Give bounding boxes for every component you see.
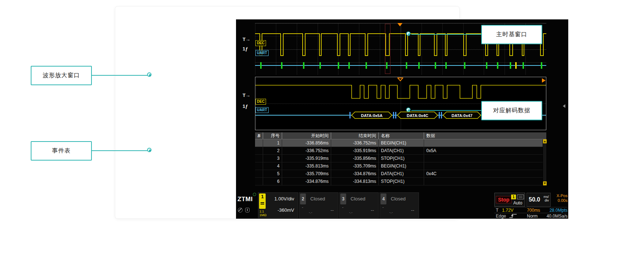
svg-text:DATA:0x47: DATA:0x47 (452, 113, 472, 118)
rising-edge-icon (509, 214, 517, 218)
ch1-position-marker: 1ƒ (243, 46, 248, 52)
table-row[interactable]: 1-336.856ms-336.752msBEGIN(CH1) (255, 139, 543, 147)
trigger-status-box[interactable]: Stop 1 Auto (494, 193, 525, 207)
xpos-readout: X-Pos 0.00s (551, 193, 568, 203)
channel-3-state: Closed (351, 196, 365, 202)
channel-1-number: 1 (259, 193, 266, 200)
zoom-trigger-level-marker: T→ (243, 93, 250, 98)
run-stop-indicator[interactable]: Stop (496, 196, 512, 203)
zoom-ch1-position-marker: 1ƒ (243, 103, 248, 109)
trigger-level-value: 1.72V (502, 208, 513, 213)
probe-icon[interactable] (238, 208, 243, 212)
zoom-right-marker (542, 78, 546, 83)
uart-label: UART (255, 50, 269, 56)
channel-4-sub: -.- (389, 210, 393, 214)
channel-4-state: Closed (391, 196, 405, 202)
zoom-dec-label: DEC (255, 99, 266, 105)
table-row[interactable]: 5-335.709ms-334.876msDATA(CH1)0x4C (255, 170, 543, 178)
memory-depth: 28.0Mpts (540, 208, 568, 213)
bus-display-icon (517, 195, 524, 199)
channel-3-tab[interactable]: 3 (340, 193, 346, 204)
channel-3-coupling-dash: - (342, 205, 344, 209)
event-table-body: 1-336.856ms-336.752msBEGIN(CH1)2-336.752… (255, 139, 546, 185)
channel-2-value: -- (330, 207, 334, 213)
scroll-down-button[interactable] (543, 181, 547, 185)
col-index: 序号 (263, 132, 282, 139)
callout-dot-main-timebase (406, 31, 411, 36)
table-scrollbar[interactable] (543, 139, 546, 185)
channel-2-tab[interactable]: 2 (300, 193, 306, 204)
ch1-probe-ratio: 1:1 (259, 210, 266, 213)
channel-3-sub: -.- (349, 210, 352, 214)
channel-3-panel[interactable]: 3 - Closed -- -.- (339, 192, 379, 218)
col-end-time: 结束时间 (331, 132, 379, 139)
event-table-header: B 序号 开始时间 结束时间 名称 数据 (255, 132, 546, 139)
ch1-probe-info: 1:1 1MΩ (259, 210, 266, 217)
trigger-position-marker[interactable] (397, 23, 402, 26)
event-table: B 序号 开始时间 结束时间 名称 数据 1-336.856ms-336.752… (255, 132, 546, 186)
callout-line (411, 34, 481, 35)
channel-1-tab[interactable]: 1 (259, 193, 266, 209)
trigger-sweep-mode: Norm (527, 214, 538, 219)
table-row[interactable]: 6-334.876ms-334.813msSTOP(CH1) (255, 178, 543, 185)
callout-dot-event-table (147, 148, 151, 152)
callout-main-timebase: 主时基窗口 (481, 25, 542, 44)
channel-2-panel[interactable]: 2 - Closed -- -.- (299, 192, 338, 218)
timebase-unit: ms/ div (544, 195, 549, 202)
touch-icon[interactable] (245, 208, 250, 212)
brand-logo: ZTMI (237, 196, 253, 203)
col-start-time: 开始时间 (282, 132, 331, 139)
holdoff-value: 700ms (527, 208, 540, 213)
svg-text:DATA:0x5A: DATA:0x5A (361, 113, 383, 118)
callout-dot-decode-data (406, 108, 411, 112)
trigger-source-badge: 1 (511, 195, 516, 199)
zoom-selection-rect[interactable] (385, 24, 390, 74)
callout-line (411, 110, 481, 111)
figure-card: T→ 1ƒ DEC UART DATA:0x5ADATA:0x4CDATA:0x… (115, 7, 459, 218)
brand-badge-icon (253, 193, 256, 196)
channel-2-state: Closed (310, 196, 325, 202)
trigger-mode: Auto (511, 200, 525, 206)
channel-4-value: -- (411, 207, 414, 213)
timebase-unit-bottom: div (544, 199, 549, 202)
scroll-up-button[interactable] (543, 139, 547, 143)
ch1-offset: -360mV (277, 207, 294, 213)
statusbar-divider (494, 213, 568, 213)
side-panel-handle[interactable] (563, 104, 565, 108)
col-data: 数据 (424, 132, 543, 139)
decode-bus-icon: B (257, 133, 260, 138)
page: T→ 1ƒ DEC UART DATA:0x5ADATA:0x4CDATA:0x… (0, 0, 644, 256)
zoom-trigger-marker (397, 78, 403, 82)
trigger-t-label: T (496, 208, 498, 213)
sample-rate: 40.0MSa/s (540, 214, 568, 219)
callout-line (92, 150, 147, 151)
channel-2-sub: -.- (309, 210, 312, 214)
channel-4-coupling-dash: - (382, 205, 384, 209)
channel-4-tab[interactable]: 4 (381, 193, 386, 204)
edge-label: Edge (496, 214, 506, 219)
timebase-unit-top: ms/ (544, 195, 549, 199)
ch1-impedance: 1MΩ (259, 213, 266, 217)
callout-line (92, 75, 147, 76)
dc-coupling-icon (261, 202, 264, 204)
channel-2-coupling-dash: - (302, 205, 303, 209)
timebase-value: 50.0 (529, 196, 540, 203)
dec-label: DEC (255, 40, 266, 46)
table-row[interactable]: 3-335.919ms-335.856msSTOP(CH1) (255, 155, 543, 162)
xpos-value: 0.00s (551, 198, 568, 203)
table-row[interactable]: 4-335.813ms-335.709msBEGIN(CH1) (255, 162, 543, 170)
callout-decode-data: 对应解码数据 (481, 101, 542, 120)
col-name: 名称 (379, 132, 424, 139)
zoom-uart-label: UART (255, 107, 269, 113)
channel-4-panel[interactable]: 4 - Closed -- -.- (379, 192, 419, 218)
ch1-volts-per-div: 1.00V/div (274, 196, 294, 202)
timebase-box[interactable]: 50.0 ms/ div (527, 193, 551, 207)
callout-dot-zoom-window (147, 72, 151, 77)
svg-text:DATA:0x4C: DATA:0x4C (407, 113, 428, 118)
channel-3-value: -- (371, 207, 374, 213)
trigger-level-marker: T→ (243, 37, 250, 42)
channel-1-panel[interactable]: 1 1.00V/div -360mV 1:1 1MΩ (258, 192, 298, 218)
xpos-label: X-Pos (551, 193, 568, 198)
statusbar-divider (494, 207, 568, 207)
table-row[interactable]: 2-336.752ms-335.919msDATA(CH1)0x5A (255, 147, 543, 155)
